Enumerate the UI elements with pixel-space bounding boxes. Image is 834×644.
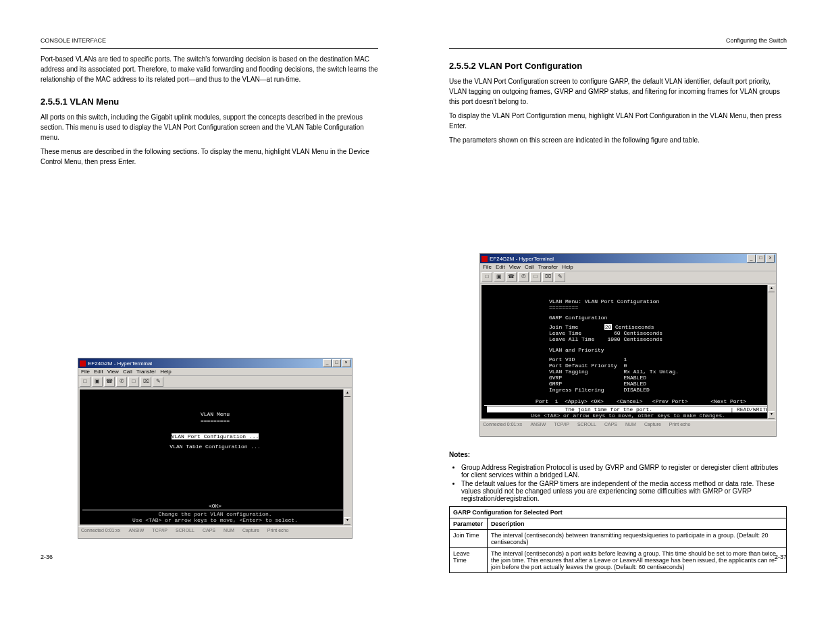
status-capture: Capture xyxy=(644,422,661,427)
status-scroll: SCROLL xyxy=(176,528,194,533)
term-sub-vlan-priority: VLAN and Priority xyxy=(549,347,775,353)
menu-help[interactable]: Help xyxy=(160,369,171,375)
col-description: Description xyxy=(487,518,786,530)
read-write-indicator: | READ/WRITE xyxy=(730,406,769,412)
menubar: File Edit View Call Transfer Help xyxy=(78,368,352,376)
status-conn: TCP/IP xyxy=(554,422,569,427)
port-config-para1: Use the VLAN Port Configuration screen t… xyxy=(449,76,787,107)
terminal-scrollbar[interactable]: ▴ ▾ xyxy=(343,390,350,525)
field-leave-time[interactable]: Leave Time 60 Centiseconds xyxy=(549,330,775,336)
tool-send-icon[interactable]: □ xyxy=(128,377,139,387)
tool-connect-icon[interactable]: ☎ xyxy=(104,377,115,387)
field-ingress-filtering[interactable]: Ingress Filtering DISABLED xyxy=(549,387,775,393)
port-config-para2: To display the VLAN Port Configuration m… xyxy=(449,111,787,131)
term-heading-underline: ========= xyxy=(549,304,775,311)
status-conn: TCP/IP xyxy=(152,528,167,533)
term-hint-row: The join time for the port.| READ/WRITE xyxy=(487,406,769,412)
field-gmrp[interactable]: GMRP ENABLED xyxy=(549,381,775,387)
nav-row[interactable]: Port 1 <Apply> <OK> <Cancel> <Prev Port>… xyxy=(536,398,775,404)
terminal-wrap: VLAN Menu ========= VLAN Port Configurat… xyxy=(78,388,352,526)
status-connected: Connected 0:01:xx xyxy=(81,528,120,533)
menubar: File Edit View Call Transfer Help xyxy=(480,263,776,271)
statusbar: Connected 0:01:xx ANSIW TCP/IP SCROLL CA… xyxy=(480,420,776,428)
menu-edit[interactable]: Edit xyxy=(94,369,103,375)
right-header-row: Configuring the Switch xyxy=(449,37,787,44)
scroll-down-icon[interactable]: ▾ xyxy=(344,517,350,525)
app-icon xyxy=(481,256,488,262)
menu-view[interactable]: View xyxy=(107,369,119,375)
menu-item-port-config[interactable]: VLAN Port Configuration ... xyxy=(85,433,345,439)
menu-edit[interactable]: Edit xyxy=(496,264,505,270)
window-title: EF24G2M - HyperTerminal xyxy=(490,256,554,262)
term-heading: VLAN Menu: VLAN Port Configuration xyxy=(549,298,775,304)
tool-disconnect-icon[interactable]: ✆ xyxy=(518,272,529,282)
status-connected: Connected 0:01:xx xyxy=(483,422,522,427)
left-header-row: CONSOLE INTERFACE xyxy=(41,37,378,44)
menu-transfer[interactable]: Transfer xyxy=(136,369,157,375)
menu-call[interactable]: Call xyxy=(123,369,132,375)
left-header-text: CONSOLE INTERFACE xyxy=(41,37,106,44)
menu-file[interactable]: File xyxy=(483,264,492,270)
vlan-menu-para1: All ports on this switch, including the … xyxy=(41,112,378,142)
field-gvrp[interactable]: GVRP ENABLED xyxy=(549,375,775,381)
close-button[interactable]: × xyxy=(342,359,350,367)
term-hint1: Change the port VLAN configuration. xyxy=(82,511,348,517)
left-header-rule xyxy=(41,48,378,49)
window-titlebar: EF24G2M - HyperTerminal _ □ × xyxy=(78,358,352,368)
terminal[interactable]: VLAN Menu: VLAN Port Configuration =====… xyxy=(481,285,775,419)
tool-new-icon[interactable]: □ xyxy=(481,272,492,282)
tool-connect-icon[interactable]: ☎ xyxy=(506,272,517,282)
screenshot-port-config: EF24G2M - HyperTerminal _ □ × File Edit … xyxy=(479,253,777,437)
minimize-button[interactable]: _ xyxy=(747,254,756,263)
status-caps: CAPS xyxy=(203,528,215,533)
tool-props-icon[interactable]: ⌧ xyxy=(140,377,151,387)
status-echo: Print echo xyxy=(669,422,691,427)
field-port-priority[interactable]: Port Default Priority 0 xyxy=(549,363,775,369)
statusbar: Connected 0:01:xx ANSIW TCP/IP SCROLL CA… xyxy=(78,526,352,534)
menu-transfer[interactable]: Transfer xyxy=(538,264,558,270)
status-num: NUM xyxy=(625,422,636,427)
scroll-up-icon[interactable]: ▴ xyxy=(768,285,775,292)
scroll-up-icon[interactable]: ▴ xyxy=(344,390,350,397)
menu-help[interactable]: Help xyxy=(562,264,573,270)
status-emul: ANSIW xyxy=(530,422,546,427)
maximize-button[interactable]: □ xyxy=(332,359,341,367)
tool-open-icon[interactable]: ▣ xyxy=(92,377,103,387)
tool-paste-icon[interactable]: ✎ xyxy=(153,377,163,387)
menu-view[interactable]: View xyxy=(509,264,521,270)
left-column: CONSOLE INTERFACE Port-based VLANs are t… xyxy=(41,37,378,171)
minimize-button[interactable]: _ xyxy=(323,359,332,367)
tool-new-icon[interactable]: □ xyxy=(80,377,90,387)
param-name: Join Time xyxy=(450,530,488,548)
field-leave-all-time[interactable]: Leave All Time 1000 Centiseconds xyxy=(549,336,775,342)
scroll-down-icon[interactable]: ▾ xyxy=(768,411,775,419)
status-scroll: SCROLL xyxy=(577,422,596,427)
maximize-button[interactable]: □ xyxy=(756,254,765,263)
table-caption: GARP Configuration for Selected Port xyxy=(450,507,787,518)
field-vlan-tagging[interactable]: VLAN Tagging Rx All, Tx Untag. xyxy=(549,369,775,375)
menu-item-table-config[interactable]: VLAN Table Configuration ... xyxy=(85,444,345,450)
param-desc: The interval (centiseconds) between tran… xyxy=(487,530,786,548)
status-num: NUM xyxy=(224,528,234,533)
toolbar: □ ▣ ☎ ✆ □ ⌧ ✎ xyxy=(78,376,352,388)
tool-send-icon[interactable]: □ xyxy=(530,272,541,282)
right-page-num: 2-37 xyxy=(775,554,787,560)
field-port-vid[interactable]: Port VID 1 xyxy=(549,356,775,363)
menu-call[interactable]: Call xyxy=(525,264,534,270)
terminal-scrollbar[interactable]: ▴ ▾ xyxy=(767,285,775,419)
notes-label: Notes: xyxy=(449,451,470,458)
ok-button[interactable]: <OK> xyxy=(85,503,345,509)
terminal[interactable]: VLAN Menu ========= VLAN Port Configurat… xyxy=(80,390,350,525)
tool-props-icon[interactable]: ⌧ xyxy=(542,272,553,282)
tool-open-icon[interactable]: ▣ xyxy=(494,272,504,282)
tool-paste-icon[interactable]: ✎ xyxy=(554,272,565,282)
tool-disconnect-icon[interactable]: ✆ xyxy=(116,377,127,387)
status-echo: Print echo xyxy=(267,528,289,533)
close-button[interactable]: × xyxy=(766,254,775,263)
note-1: Group Address Registration Protocol is u… xyxy=(461,464,787,479)
field-join-time[interactable]: Join Time 20 Centiseconds xyxy=(549,324,775,330)
terminal-wrap: VLAN Menu: VLAN Port Configuration =====… xyxy=(480,284,776,420)
menu-file[interactable]: File xyxy=(81,369,90,375)
page: CONSOLE INTERFACE Port-based VLANs are t… xyxy=(0,0,834,644)
term-hint2: Use <TAB> or arrow keys to move, other k… xyxy=(484,412,772,419)
